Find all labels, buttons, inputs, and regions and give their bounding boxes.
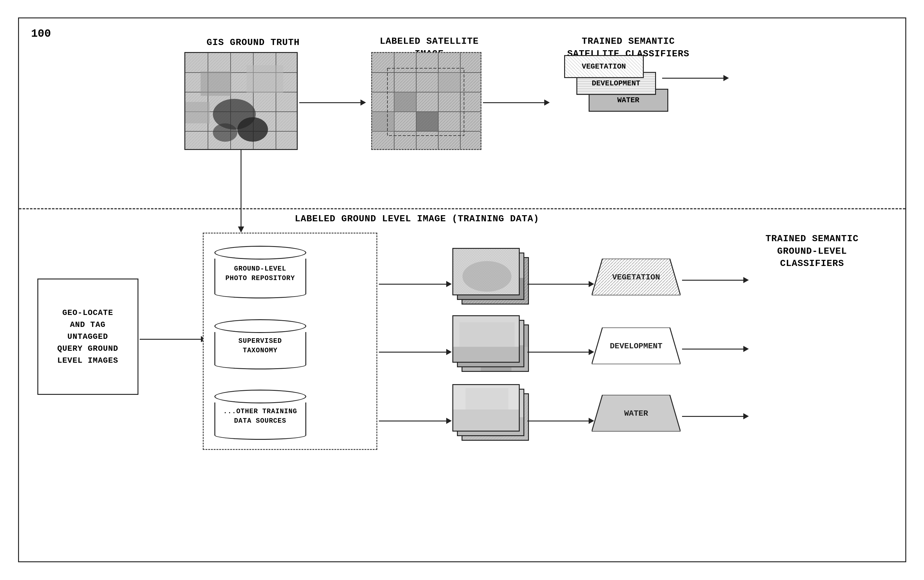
trap-water-svg: WATER bbox=[592, 395, 680, 432]
diagram-container: 100 GIS GROUND TRUTH bbox=[18, 17, 906, 562]
geolocate-box: GEO-LOCATE AND TAG UNTAGGED QUERY GROUND… bbox=[37, 278, 139, 395]
svg-rect-52 bbox=[453, 347, 520, 362]
svg-rect-61 bbox=[453, 410, 520, 432]
labeled-ground-label: LABELED GROUND LEVEL IMAGE (TRAINING DAT… bbox=[279, 214, 555, 224]
gis-image bbox=[184, 52, 298, 150]
dashed-divider bbox=[19, 208, 905, 209]
svg-rect-28 bbox=[416, 112, 438, 131]
svg-rect-53 bbox=[459, 322, 515, 347]
svg-text:WATER: WATER bbox=[624, 409, 648, 418]
arrow-labeled-to-trained bbox=[483, 99, 550, 105]
svg-rect-15 bbox=[185, 102, 210, 124]
gis-label: GIS GROUND TRUTH bbox=[196, 37, 310, 48]
classifier-stack: VEGETATION DEVELOPMENT WATER bbox=[564, 55, 693, 141]
arrow-classifiers-out bbox=[662, 75, 729, 81]
labeled-sat-svg bbox=[372, 53, 482, 150]
svg-rect-27 bbox=[394, 92, 416, 112]
svg-point-12 bbox=[213, 124, 238, 142]
other-training-cylinder: ...OTHER TRAINING DATA SOURCES bbox=[214, 390, 306, 441]
arrow-dev-out bbox=[682, 346, 749, 352]
arrow-geo-to-repo bbox=[140, 336, 206, 342]
trap-veg-svg: VEGETATION bbox=[592, 259, 680, 295]
trap-dev-svg: DEVELOPMENT bbox=[592, 328, 680, 364]
arrow-stack3-to-water bbox=[527, 418, 594, 424]
svg-rect-29 bbox=[438, 72, 460, 92]
arrow-repo2-to-stack2 bbox=[379, 349, 452, 355]
trained-ground-classifiers-label: TRAINED SEMANTIC GROUND-LEVEL CLASSIFIER… bbox=[748, 232, 876, 270]
svg-rect-30 bbox=[372, 112, 394, 131]
vegetation-box: VEGETATION bbox=[564, 55, 644, 78]
photo-repo-cylinder: GROUND-LEVEL PHOTO REPOSITORY bbox=[214, 246, 306, 299]
supervised-taxonomy-cylinder: SUPERVISED TAXONOMY bbox=[214, 319, 306, 370]
arrow-gis-to-labeled bbox=[299, 99, 366, 105]
trap-veg-container: VEGETATION bbox=[592, 259, 680, 295]
svg-marker-71 bbox=[238, 226, 244, 232]
gis-image-svg bbox=[185, 53, 298, 150]
svg-rect-13 bbox=[201, 71, 231, 96]
arrow-veg-out bbox=[682, 277, 749, 283]
trap-dev-container: DEVELOPMENT bbox=[592, 328, 680, 364]
svg-rect-62 bbox=[465, 388, 508, 410]
labeled-sat-image bbox=[371, 52, 482, 150]
arrow-repo3-to-stack3 bbox=[379, 418, 452, 424]
svg-point-44 bbox=[462, 261, 512, 292]
svg-rect-14 bbox=[247, 65, 283, 93]
arrow-repo1-to-stack1 bbox=[379, 281, 452, 287]
arrow-water-out bbox=[682, 413, 749, 419]
svg-text:DEVELOPMENT: DEVELOPMENT bbox=[610, 341, 662, 351]
arrow-stack2-to-dev bbox=[527, 349, 594, 355]
arrow-stack1-to-veg bbox=[527, 281, 594, 287]
trap-water-container: WATER bbox=[592, 395, 680, 432]
repo-dashed-box: GROUND-LEVEL PHOTO REPOSITORY SUPERVISED… bbox=[203, 232, 377, 450]
svg-text:VEGETATION: VEGETATION bbox=[612, 273, 660, 282]
figure-label: 100 bbox=[31, 28, 51, 40]
svg-point-11 bbox=[238, 117, 268, 142]
